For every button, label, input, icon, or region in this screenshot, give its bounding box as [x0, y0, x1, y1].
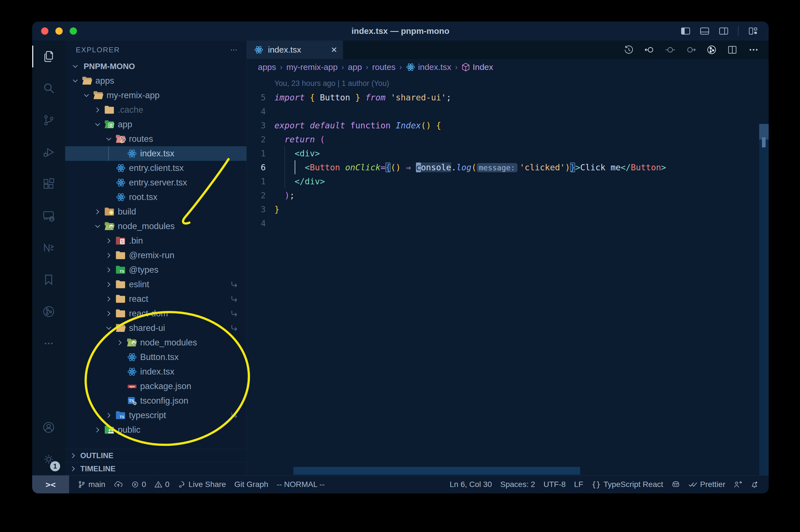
- tree-item-package.json[interactable]: npm package.json: [65, 379, 246, 394]
- tree-item-react[interactable]: react: [65, 292, 246, 306]
- tree-item-public[interactable]: public: [65, 423, 246, 437]
- symlink-icon: [230, 324, 239, 332]
- tree-item-typescript[interactable]: TS typescript: [65, 408, 246, 423]
- activity-search[interactable]: [32, 73, 65, 104]
- tree-item-tsconfig.json[interactable]: TS tsconfig.json: [65, 394, 246, 408]
- tree-item-index.tsx[interactable]: index.tsx: [65, 146, 246, 161]
- vertical-scrollbar[interactable]: [759, 124, 769, 475]
- status-warnings[interactable]: 0: [154, 480, 170, 489]
- open-change-button[interactable]: [665, 45, 675, 55]
- status-errors[interactable]: 0: [131, 480, 146, 489]
- horizontal-scrollbar-thumb[interactable]: [293, 467, 580, 475]
- tab-index-tsx[interactable]: index.tsx ✕: [247, 41, 343, 59]
- tree-item-label: .cache: [118, 105, 143, 115]
- code-line[interactable]: 2 return (: [247, 132, 769, 146]
- commit-graph-button[interactable]: [707, 45, 717, 55]
- toggle-panel-icon[interactable]: [700, 27, 709, 35]
- tree-item-entry.client.tsx[interactable]: entry.client.tsx: [65, 161, 246, 175]
- tree-item-root.tsx[interactable]: root.tsx: [65, 190, 246, 205]
- status-prettier[interactable]: Prettier: [688, 480, 725, 489]
- code-line[interactable]: 3 }: [247, 202, 769, 216]
- breadcrumb-index.tsx[interactable]: index.tsx: [406, 62, 451, 72]
- tree-item-shared-ui[interactable]: shared-ui: [65, 321, 246, 335]
- status-copilot[interactable]: [672, 480, 680, 488]
- breadcrumb-routes[interactable]: routes: [372, 62, 396, 72]
- activity-settings[interactable]: 1: [32, 443, 65, 475]
- project-section-header[interactable]: PNPM-MONO: [65, 59, 246, 74]
- tree-item-index.tsx[interactable]: index.tsx: [65, 364, 246, 379]
- status-live-share[interactable]: Live Share: [178, 480, 226, 489]
- code-line[interactable]: 5 import { Button } from 'shared-ui';: [247, 90, 769, 104]
- split-editor-button[interactable]: [727, 45, 737, 55]
- status-notifications[interactable]: [750, 480, 758, 488]
- code-editor[interactable]: You, 23 hours ago | 1 author (You) 5 imp…: [247, 75, 769, 475]
- tree-item-my-remix-app[interactable]: my-remix-app: [65, 88, 246, 103]
- activity-bookmarks[interactable]: [32, 264, 65, 296]
- toggle-primary-sidebar-icon[interactable]: [681, 27, 690, 35]
- previous-change-button[interactable]: [645, 45, 654, 55]
- minimize-window-button[interactable]: [55, 27, 63, 35]
- status-remote-indicator[interactable]: ><: [32, 475, 69, 493]
- code-line[interactable]: 3 export default function Index() {: [247, 118, 769, 132]
- line-number: 1: [247, 176, 274, 186]
- tree-item-app[interactable]: app: [65, 117, 246, 132]
- tree-item-entry.server.tsx[interactable]: entry.server.tsx: [65, 175, 246, 190]
- toggle-secondary-sidebar-icon[interactable]: [719, 27, 728, 35]
- tree-item-apps[interactable]: apps: [65, 74, 246, 88]
- code-line[interactable]: 1 <div>: [247, 146, 769, 160]
- code-line[interactable]: 4: [247, 216, 769, 230]
- more-actions-button[interactable]: [748, 44, 759, 55]
- panel-outline[interactable]: OUTLINE: [65, 449, 246, 462]
- activity-more-views[interactable]: [32, 327, 65, 359]
- activity-source-control[interactable]: [32, 104, 65, 136]
- customize-layout-icon[interactable]: [748, 27, 758, 35]
- zoom-window-button[interactable]: [70, 27, 77, 35]
- activity-git-graph[interactable]: [32, 296, 65, 327]
- breadcrumb-my-remix-app[interactable]: my-remix-app: [286, 62, 338, 72]
- next-change-button[interactable]: [686, 45, 696, 55]
- tree-item-@types[interactable]: TS @types: [65, 263, 246, 277]
- status-indentation[interactable]: Spaces: 2: [500, 480, 535, 489]
- status-vim-mode[interactable]: -- NORMAL --: [277, 480, 325, 489]
- tree-item-@remix-run[interactable]: @remix-run: [65, 248, 246, 263]
- breadcrumb-Index[interactable]: Index: [461, 62, 493, 72]
- status-encoding[interactable]: UTF-8: [544, 480, 566, 489]
- activity-remote-explorer[interactable]: [32, 200, 65, 232]
- code-line[interactable]: 1 </div>: [247, 174, 769, 188]
- code-line[interactable]: 2 );: [247, 188, 769, 202]
- status-cursor-position[interactable]: Ln 6, Col 30: [450, 480, 492, 489]
- timeline-history-button[interactable]: [624, 45, 634, 55]
- copilot-icon: [672, 480, 680, 488]
- tree-item-.bin[interactable]: 0110 .bin: [65, 233, 246, 248]
- activity-extensions[interactable]: [32, 168, 65, 200]
- activity-run-debug[interactable]: [32, 136, 65, 168]
- tree-item-Button.tsx[interactable]: Button.tsx: [65, 350, 246, 364]
- activity-accounts[interactable]: [32, 412, 65, 443]
- activity-nx-console[interactable]: [32, 232, 65, 264]
- titlebar: index.tsx — pnpm-mono: [32, 21, 769, 41]
- status-language-mode[interactable]: {} TypeScript React: [592, 480, 663, 489]
- tree-item-build[interactable]: build: [65, 205, 246, 219]
- status-feedback[interactable]: [734, 480, 742, 488]
- code-line[interactable]: 4: [247, 104, 769, 118]
- tree-item-routes[interactable]: routes: [65, 132, 246, 146]
- breadcrumb-app[interactable]: app: [348, 62, 362, 72]
- panel-timeline[interactable]: TIMELINE: [65, 462, 246, 475]
- status-git-graph[interactable]: Git Graph: [234, 480, 268, 489]
- tree-item-node_modules[interactable]: JS node_modules: [65, 335, 246, 350]
- svg-text:JS: JS: [109, 226, 113, 229]
- status-eol[interactable]: LF: [574, 480, 583, 489]
- breadcrumb-apps[interactable]: apps: [258, 62, 276, 72]
- close-window-button[interactable]: [41, 27, 49, 35]
- sidebar-more-actions-icon[interactable]: ⋯: [230, 45, 238, 54]
- react-file-icon: [114, 177, 127, 188]
- tree-item-eslint[interactable]: eslint: [65, 277, 246, 292]
- tree-item-react-dom[interactable]: react-dom: [65, 306, 246, 321]
- close-tab-icon[interactable]: ✕: [331, 45, 337, 55]
- tree-item-node_modules[interactable]: JS node_modules: [65, 219, 246, 233]
- activity-explorer[interactable]: [32, 41, 65, 73]
- status-git-branch[interactable]: main: [78, 480, 106, 489]
- tree-item-.cache[interactable]: .cache: [65, 103, 246, 117]
- code-line[interactable]: 6 <Button onClick={() ⇒ console.log(mess…: [247, 160, 769, 174]
- status-sync[interactable]: [114, 480, 123, 488]
